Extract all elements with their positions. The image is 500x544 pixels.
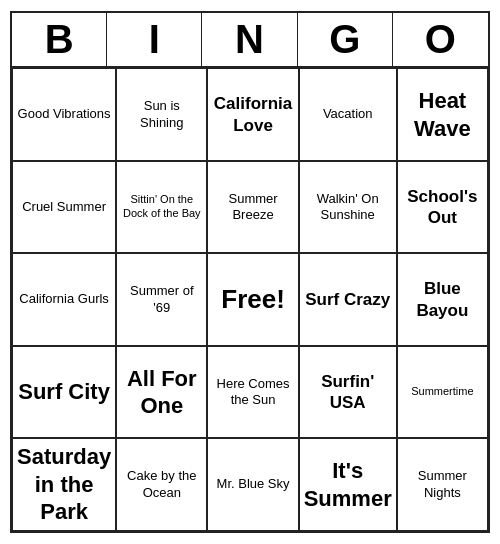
bingo-cell-0[interactable]: Good Vibrations	[12, 68, 116, 161]
bingo-cell-8[interactable]: Walkin' On Sunshine	[299, 161, 397, 254]
bingo-cell-14[interactable]: Blue Bayou	[397, 253, 488, 346]
bingo-cell-17[interactable]: Here Comes the Sun	[207, 346, 298, 439]
bingo-cell-7[interactable]: Summer Breeze	[207, 161, 298, 254]
header-o: O	[393, 13, 488, 66]
bingo-cell-4[interactable]: Heat Wave	[397, 68, 488, 161]
bingo-cell-16[interactable]: All For One	[116, 346, 207, 439]
header-n: N	[202, 13, 297, 66]
header-i: I	[107, 13, 202, 66]
bingo-cell-2[interactable]: California Love	[207, 68, 298, 161]
bingo-cell-18[interactable]: Surfin' USA	[299, 346, 397, 439]
bingo-grid: Good VibrationsSun is ShiningCalifornia …	[12, 68, 488, 531]
bingo-cell-11[interactable]: Summer of '69	[116, 253, 207, 346]
bingo-cell-19[interactable]: Summertime	[397, 346, 488, 439]
bingo-cell-24[interactable]: Summer Nights	[397, 438, 488, 531]
bingo-cell-6[interactable]: Sittin' On the Dock of the Bay	[116, 161, 207, 254]
bingo-cell-15[interactable]: Surf City	[12, 346, 116, 439]
bingo-header: B I N G O	[12, 13, 488, 68]
bingo-cell-12[interactable]: Free!	[207, 253, 298, 346]
bingo-cell-22[interactable]: Mr. Blue Sky	[207, 438, 298, 531]
bingo-cell-23[interactable]: It's Summer	[299, 438, 397, 531]
bingo-cell-10[interactable]: California Gurls	[12, 253, 116, 346]
bingo-cell-1[interactable]: Sun is Shining	[116, 68, 207, 161]
bingo-cell-20[interactable]: Saturday in the Park	[12, 438, 116, 531]
bingo-cell-3[interactable]: Vacation	[299, 68, 397, 161]
bingo-card: B I N G O Good VibrationsSun is ShiningC…	[10, 11, 490, 533]
bingo-cell-9[interactable]: School's Out	[397, 161, 488, 254]
header-b: B	[12, 13, 107, 66]
bingo-cell-13[interactable]: Surf Crazy	[299, 253, 397, 346]
bingo-cell-5[interactable]: Cruel Summer	[12, 161, 116, 254]
header-g: G	[298, 13, 393, 66]
bingo-cell-21[interactable]: Cake by the Ocean	[116, 438, 207, 531]
